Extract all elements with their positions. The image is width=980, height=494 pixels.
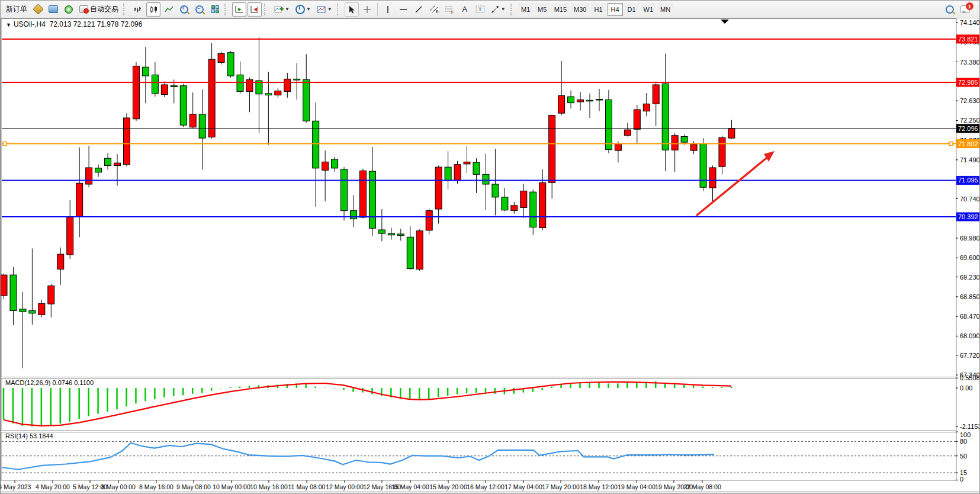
auto-trading-button[interactable]: 自动交易 (77, 2, 121, 17)
candle-body-down (237, 75, 243, 91)
rsi-tick-label: 50 (960, 453, 967, 460)
timeframe-button-mn[interactable]: MN (657, 3, 673, 16)
rsi-pane[interactable] (1, 432, 956, 481)
cursor-tool-button[interactable] (345, 2, 359, 17)
candle-body-up (218, 54, 224, 63)
rsi-tick-label: 80 (960, 438, 967, 445)
fibonacci-tool-button[interactable]: F (442, 2, 457, 17)
macd-tick-label: -2.1153 (960, 423, 980, 430)
candle-body-down (473, 162, 480, 174)
terminal-icon (49, 5, 58, 13)
timeframe-button-m1[interactable]: M1 (518, 3, 534, 16)
candle-body-down (10, 275, 17, 310)
zoom-in-button[interactable]: + (177, 2, 191, 17)
timeframe-button-m5[interactable]: M5 (535, 3, 550, 16)
candle-body-up (246, 79, 253, 91)
candle-body-down (351, 211, 357, 219)
timeframe-button-h4[interactable]: H4 (608, 3, 623, 16)
candle-body-down (568, 97, 574, 103)
tile-windows-button[interactable] (208, 2, 222, 17)
timeframe-button-m15[interactable]: M15 (551, 3, 570, 16)
candle-body-up (284, 79, 291, 91)
macd-pane[interactable] (1, 378, 956, 431)
line-handle[interactable] (3, 142, 7, 146)
text-tool-button[interactable]: A (458, 2, 472, 17)
candle-body-up (520, 191, 527, 207)
window-bottom-strip (1, 492, 980, 494)
chart-shift-icon (250, 5, 259, 14)
toolbar-grip (337, 4, 342, 15)
zoom-out-button[interactable]: − (192, 2, 207, 17)
price-tick-label: 67.720 (960, 352, 980, 359)
time-tick-label: 22 May 08:00 (683, 483, 721, 490)
time-axis[interactable]: 4 May 20234 May 20:005 May 12:008 May 00… (1, 480, 721, 490)
price-tick-label: 68.090 (960, 332, 980, 339)
price-badge-text: 72.985 (958, 79, 978, 86)
candle-body-down (587, 100, 593, 101)
candle-body-down (152, 75, 158, 94)
terminal-button[interactable] (46, 2, 60, 17)
chart-shift-button[interactable] (248, 2, 262, 17)
bar-chart-type-button[interactable] (131, 2, 145, 17)
line-chart-icon (165, 5, 173, 14)
chart-canvas[interactable]: 74.14073.76073.38072.63072.25071.87071.4… (1, 18, 980, 494)
chat-button[interactable]: 1 (958, 2, 972, 17)
time-tick-label: 4 May 2023 (1, 483, 31, 490)
candle-body-up (161, 85, 168, 95)
templates-button[interactable]: ▼ (314, 2, 335, 17)
candle-body-down (483, 174, 489, 184)
candle-body-up (359, 171, 366, 217)
chat-unread-badge: 1 (966, 2, 973, 10)
arrows-icon (491, 5, 500, 14)
candle-body-down (332, 159, 338, 168)
candle-body-up (48, 286, 54, 304)
candle-body-down (407, 237, 413, 268)
timeframe-button-m30[interactable]: M30 (571, 3, 589, 16)
arrows-tool-button[interactable]: ▼ (489, 2, 508, 17)
indicators-button[interactable]: ▼ (272, 2, 292, 17)
main-toolbar: 新订单 自动交易 + − ▼ ▼ (1, 1, 980, 18)
candlestick-chart-type-button[interactable] (146, 2, 160, 17)
trendline-icon (415, 5, 423, 14)
horizontal-line-tool-button[interactable] (396, 2, 410, 17)
candle-body-up (57, 254, 64, 269)
vertical-line-tool-button[interactable] (381, 2, 395, 17)
search-button[interactable] (943, 2, 957, 17)
auto-trading-label: 自动交易 (90, 4, 118, 14)
candle-body-up (577, 100, 584, 102)
candle-body-up (114, 163, 121, 165)
new-order-button[interactable]: 新订单 (4, 2, 30, 17)
candle-body-down (95, 168, 102, 172)
market-depth-button[interactable] (31, 2, 45, 17)
price-axis[interactable]: 74.14073.76073.38072.63072.25071.87071.4… (956, 19, 980, 378)
line-handle[interactable] (949, 142, 953, 146)
candle-body-up (615, 144, 621, 150)
timeframe-button-h1[interactable]: H1 (591, 3, 606, 16)
horizontal-line-icon (399, 5, 407, 14)
candle-body-up (123, 118, 130, 165)
price-tick-label: 70.740 (960, 195, 980, 203)
text-label-icon: T (475, 5, 485, 14)
svg-text:T: T (478, 7, 482, 12)
time-tick-label: 10 May 00:00 (213, 483, 250, 490)
time-tick-label: 9 May 08:00 (176, 483, 211, 490)
zoom-out-icon: − (195, 5, 204, 14)
text-label-tool-button[interactable]: T (473, 2, 487, 17)
crosshair-tool-button[interactable] (360, 2, 374, 17)
candle-body-down (492, 184, 499, 197)
time-tick-label: 19 May 04:00 (618, 483, 656, 490)
price-badge-text: 72.096 (958, 125, 978, 132)
trendline-tool-button[interactable] (412, 2, 426, 17)
candle-body-up (426, 211, 432, 230)
periods-button[interactable]: ▼ (293, 2, 313, 17)
signals-button[interactable] (62, 2, 76, 17)
time-tick-label: 8 May 16:00 (139, 483, 173, 490)
line-chart-type-button[interactable] (162, 2, 176, 17)
timeframe-button-w1[interactable]: W1 (641, 3, 657, 16)
candle-body-down (180, 86, 187, 126)
candle-body-up (653, 85, 659, 104)
toolbar-grip (123, 4, 128, 15)
channel-tool-button[interactable]: E (427, 2, 441, 17)
timeframe-button-d1[interactable]: D1 (624, 3, 640, 16)
auto-scroll-button[interactable] (232, 2, 246, 17)
